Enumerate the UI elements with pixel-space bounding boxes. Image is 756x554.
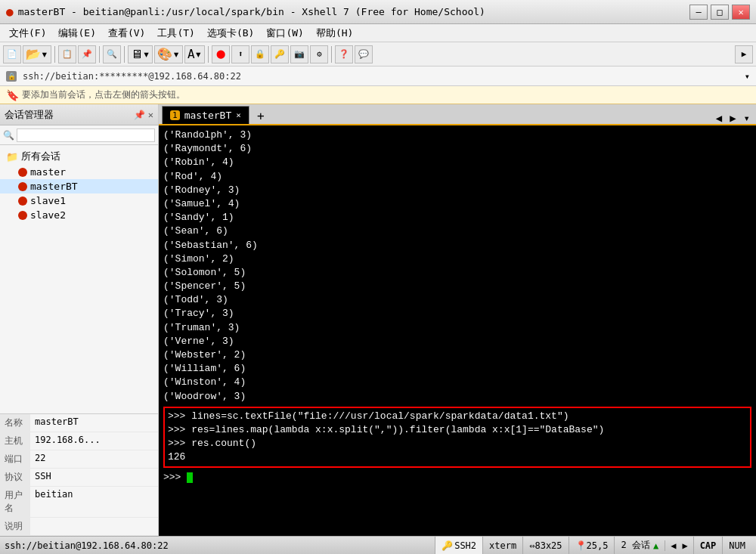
session-item-slave1[interactable]: slave1: [0, 193, 158, 208]
status-nav: ◀ ▶: [665, 540, 692, 551]
highlighted-line-3: >>> res.count(): [168, 437, 747, 450]
sftp-button[interactable]: ⬆: [231, 45, 249, 63]
highlighted-line-4: 126: [168, 450, 747, 464]
status-sessions: 2 会话 ▲: [614, 537, 665, 555]
status-cap: CAP: [693, 537, 723, 555]
status-bar: ssh://beitian@192.168.64.80:22 🔑 SSH2 xt…: [0, 536, 756, 554]
session-close-button[interactable]: ✕: [148, 110, 153, 120]
menu-file[interactable]: 文件(F): [3, 25, 52, 42]
pos-label: 25,5: [587, 540, 609, 551]
session-item-slave2[interactable]: slave2: [0, 208, 158, 222]
menu-help[interactable]: 帮助(H): [310, 25, 359, 42]
menu-edit[interactable]: 编辑(E): [52, 25, 101, 42]
address-dropdown[interactable]: ▾: [745, 71, 750, 82]
session-search-input[interactable]: [17, 128, 155, 142]
session-item-master[interactable]: master: [0, 165, 158, 179]
font-dropdown[interactable]: A▾: [184, 45, 205, 63]
tab-number: 1: [170, 110, 180, 120]
extra-button[interactable]: ▶: [735, 45, 753, 63]
minimize-button[interactable]: —: [689, 5, 708, 20]
toolbar-sep-3: [124, 46, 125, 63]
prop-row-protocol: 协议 SSH: [0, 469, 158, 487]
prop-row-port: 端口 22: [0, 450, 158, 469]
prop-label-user: 用户名: [0, 487, 30, 517]
terminal-line: ('Rod', 4): [163, 170, 751, 184]
session-pin-button[interactable]: 📌: [134, 110, 145, 120]
connect-dropdown[interactable]: 🖥▾: [128, 45, 153, 63]
terminal-line: ('William', 6): [163, 362, 751, 376]
tab-masterbt[interactable]: 1 masterBT ×: [162, 106, 249, 124]
size-label: 83x25: [534, 540, 562, 551]
tab-prev-button[interactable]: ◀: [713, 112, 725, 124]
toolbar-sep-2: [99, 46, 100, 63]
session-item-masterbt[interactable]: masterBT: [0, 179, 158, 193]
key-button[interactable]: 🔑: [271, 45, 289, 63]
chat-button[interactable]: 💬: [355, 45, 373, 63]
terminal[interactable]: ('Randolph', 3) ('Raymondt', 6) ('Robin'…: [159, 125, 756, 536]
address-text[interactable]: ssh://beitian:*********@192.168.64.80:22: [23, 71, 241, 82]
terminal-line: ('Webster', 2): [163, 348, 751, 362]
lock-button[interactable]: 🔒: [251, 45, 269, 63]
menu-bar: 文件(F) 编辑(E) 查看(V) 工具(T) 选项卡(B) 窗口(W) 帮助(…: [0, 24, 756, 42]
terminal-line: ('Spencer', 5): [163, 280, 751, 293]
tab-next-button[interactable]: ▶: [727, 112, 739, 124]
terminal-line: ('Sandy', 1): [163, 211, 751, 224]
prop-label-protocol: 协议: [0, 469, 30, 486]
prop-value-user: beitian: [30, 487, 158, 517]
session-tree-root[interactable]: 📁 所有会话: [0, 148, 158, 165]
new-session-button[interactable]: 📄: [3, 45, 21, 63]
terminal-line: ('Simon', 2): [163, 252, 751, 266]
prop-row-user: 用户名 beitian: [0, 487, 158, 518]
session-status-dot: [18, 197, 27, 206]
lock-icon: 🔒: [6, 71, 17, 82]
terminal-line: ('Rodney', 3): [163, 184, 751, 197]
terminal-line: ('Verne', 3): [163, 335, 751, 348]
prop-label-port: 端口: [0, 450, 30, 468]
tab-close-button[interactable]: ×: [236, 110, 241, 120]
session-panel-header: 会话管理器 📌 ✕: [0, 104, 158, 125]
info-arrow-icon: 🔖: [6, 89, 19, 101]
prop-label-host: 主机: [0, 432, 30, 450]
color-dropdown[interactable]: 🎨▾: [154, 45, 183, 63]
terminal-line: ('Winston', 4): [163, 376, 751, 389]
status-nav-prev[interactable]: ◀: [668, 540, 678, 551]
status-nav-next[interactable]: ▶: [680, 540, 689, 551]
session-label-master: master: [30, 166, 66, 178]
prop-label-note: 说明: [0, 518, 30, 535]
terminal-line: ('Solomon', 5): [163, 266, 751, 280]
maximize-button[interactable]: □: [711, 5, 729, 20]
tab-menu-button[interactable]: ▾: [741, 112, 753, 124]
title-bar: ● masterBT - beitian@panli:/usr/local/sp…: [0, 0, 756, 24]
close-button[interactable]: ✕: [732, 5, 750, 20]
terminal-line: ('Sebastian', 6): [163, 239, 751, 252]
session-tree: 📁 所有会话 master masterBT slave1 slave2: [0, 145, 158, 413]
menu-tools[interactable]: 工具(T): [151, 25, 200, 42]
copy-button[interactable]: 📋: [58, 45, 76, 63]
menu-window[interactable]: 窗口(W): [260, 25, 309, 42]
help-button[interactable]: ❓: [335, 45, 353, 63]
toolbar: 📄 📂▾ 📋 📌 🔍 🖥▾ 🎨▾ A▾ ⬤ ⬆ 🔒 🔑 📷 ⚙ ❓ 💬 ▶: [0, 42, 756, 67]
session-status-dot: [18, 211, 27, 220]
menu-view[interactable]: 查看(V): [102, 25, 151, 42]
screenshot-button[interactable]: 📷: [290, 45, 308, 63]
prop-value-name: masterBT: [30, 414, 158, 432]
find-button[interactable]: 🔍: [103, 45, 121, 63]
resize-icon: ⇔: [529, 540, 534, 551]
paste-button[interactable]: 📌: [78, 45, 96, 63]
session-root-label: 所有会话: [21, 150, 60, 163]
toolbar-sep-1: [54, 46, 55, 63]
open-dropdown[interactable]: 📂▾: [23, 45, 51, 63]
status-ssh2: 🔑 SSH2: [435, 537, 482, 555]
tab-bar: 1 masterBT × + ◀ ▶ ▾: [159, 104, 756, 125]
highlighted-line-1: >>> lines=sc.textFile("file:///usr/local…: [168, 410, 747, 423]
highlighted-line-2: >>> res=lines.map(lambda x:x.split(","))…: [168, 423, 747, 437]
session-status-dot: [18, 168, 27, 177]
prop-row-note: 说明: [0, 518, 158, 536]
settings-button[interactable]: ⚙: [310, 45, 328, 63]
menu-tabs[interactable]: 选项卡(B): [201, 25, 260, 42]
terminal-line: ('Todd', 3): [163, 293, 751, 307]
new-tab-button[interactable]: +: [253, 107, 269, 124]
transfer-button[interactable]: ⬤: [212, 45, 230, 63]
ssh2-label: SSH2: [454, 540, 476, 551]
prop-value-port: 22: [30, 450, 158, 468]
